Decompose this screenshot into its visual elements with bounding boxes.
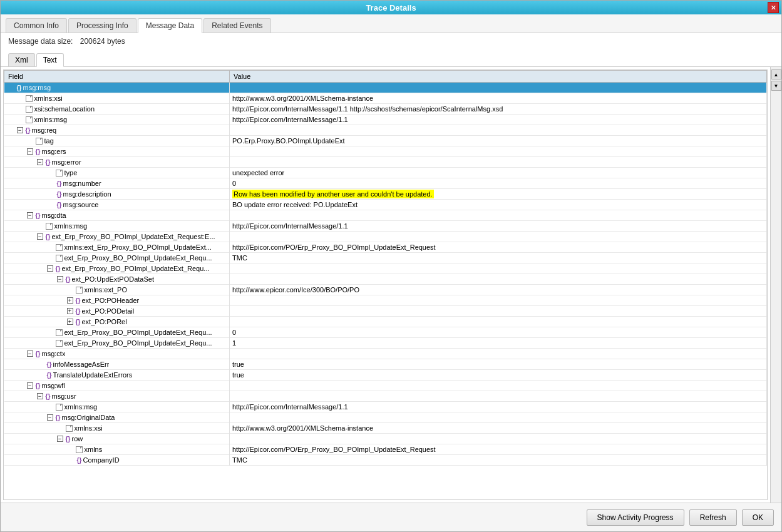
doc-icon — [26, 106, 33, 113]
table-row[interactable]: ext_Erp_Proxy_BO_POImpl_UpdateExt_Requ..… — [4, 253, 767, 263]
field-name: xmlns:ext_Erp_Proxy_BO_POImpl_UpdateExt.… — [64, 243, 212, 251]
bracket-icon: {} — [75, 318, 82, 325]
bracket-icon: {} — [64, 275, 72, 283]
table-row[interactable]: xmlns:xsihttp://www.w3.org/2001/XMLSchem… — [4, 423, 767, 434]
tab-message-data[interactable]: Message Data — [138, 18, 202, 33]
table-row[interactable]: {}CompanyIDTMC — [4, 455, 767, 466]
table-row[interactable]: −{}msg:usr — [4, 391, 767, 402]
table-row[interactable]: ext_Erp_Proxy_BO_POImpl_UpdateExt_Requ..… — [4, 327, 767, 338]
collapse-icon[interactable]: − — [27, 212, 33, 218]
table-row[interactable]: −{}ext_Erp_Proxy_BO_POImpl_UpdateExt_Req… — [4, 263, 767, 274]
table-row[interactable]: {}TranslateUpdateExtErrorstrue — [4, 370, 767, 381]
doc-icon — [56, 329, 63, 336]
field-name: TranslateUpdateExtErrors — [53, 371, 133, 379]
ok-button[interactable]: OK — [742, 509, 774, 526]
value-cell — [230, 83, 767, 93]
collapse-icon[interactable]: − — [27, 350, 33, 357]
scroll-up-button[interactable]: ▲ — [771, 69, 781, 79]
field-cell: −{}ext_Erp_Proxy_BO_POImpl_UpdateExt_Req… — [4, 232, 230, 242]
scroll-down-button[interactable]: ▼ — [771, 81, 781, 91]
field-cell: xmlns:ext_Erp_Proxy_BO_POImpl_UpdateExt.… — [4, 242, 230, 253]
table-row[interactable]: −{}msg:ers — [4, 146, 767, 157]
table-row[interactable]: −{}ext_PO:UpdExtPODataSet — [4, 274, 767, 285]
value-cell — [230, 381, 767, 391]
collapse-icon[interactable]: − — [57, 276, 63, 282]
field-cell: −{}msg:dta — [4, 210, 230, 221]
table-row[interactable]: xmlns:msghttp://Epicor.com/InternalMessa… — [4, 402, 767, 412]
table-row[interactable]: {}msg:msg — [4, 83, 767, 93]
value-cell: http://Epicor.com/InternalMessage/1.1 ht… — [230, 104, 767, 115]
sub-tab-text[interactable]: Text — [36, 53, 64, 67]
table-row[interactable]: ext_Erp_Proxy_BO_POImpl_UpdateExt_Requ..… — [4, 338, 767, 349]
bracket-icon: {} — [34, 212, 42, 219]
collapse-icon[interactable]: − — [47, 414, 53, 421]
value-cell — [230, 412, 767, 423]
table-row[interactable]: {}msg:number0 — [4, 178, 767, 189]
doc-icon — [56, 404, 63, 411]
collapse-icon[interactable]: − — [57, 436, 63, 442]
table-row[interactable]: xmlns:ext_Erp_Proxy_BO_POImpl_UpdateExt.… — [4, 242, 767, 253]
sub-tab-xml[interactable]: Xml — [8, 53, 35, 66]
table-row[interactable]: {}msg:sourceBO update error received: PO… — [4, 200, 767, 210]
value-cell — [230, 210, 767, 221]
collapse-icon[interactable]: − — [37, 233, 43, 240]
table-row[interactable]: {}msg:descriptionRow has been modified b… — [4, 189, 767, 200]
table-row[interactable]: xmlns:xsihttp://www.w3.org/2001/XMLSchem… — [4, 93, 767, 104]
field-cell: ext_Erp_Proxy_BO_POImpl_UpdateExt_Requ..… — [4, 327, 230, 338]
value-cell — [230, 157, 767, 168]
tab-processing-info[interactable]: Processing Info — [68, 18, 136, 33]
field-cell: −{}msg:wfl — [4, 381, 230, 391]
table-row[interactable]: tagPO.Erp.Proxy.BO.POImpl.UpdateExt — [4, 136, 767, 146]
table-row[interactable]: +{}ext_PO:POHeader — [4, 295, 767, 306]
field-name: msg:number — [63, 180, 101, 187]
field-name: msg:msg — [23, 84, 51, 91]
table-row[interactable]: xmlns:ext_POhttp://www.epicor.com/Ice/30… — [4, 285, 767, 295]
table-row[interactable]: xsi:schemaLocationhttp://Epicor.com/Inte… — [4, 104, 767, 115]
table-row[interactable]: −{}msg:dta — [4, 210, 767, 221]
table-row[interactable]: +{}ext_PO:PODetail — [4, 306, 767, 317]
tab-related-events[interactable]: Related Events — [203, 18, 270, 33]
collapse-icon[interactable]: − — [27, 382, 33, 389]
bracket-icon: {} — [46, 361, 53, 368]
table-row[interactable]: −{}row — [4, 434, 767, 444]
table-row[interactable]: xmlns:msghttp://Epicor.com/InternalMessa… — [4, 115, 767, 125]
doc-icon — [36, 138, 43, 145]
title-bar: Trace Details ✕ — [1, 1, 781, 14]
value-cell — [230, 146, 767, 157]
col-field: Field — [4, 71, 230, 83]
refresh-button[interactable]: Refresh — [689, 509, 737, 526]
field-name: xsi:schemaLocation — [34, 105, 95, 113]
table-row[interactable]: −{}msg:ctx — [4, 349, 767, 359]
collapse-icon[interactable]: − — [37, 159, 43, 165]
collapse-icon[interactable]: − — [17, 127, 23, 133]
table-row[interactable]: −{}ext_Erp_Proxy_BO_POImpl_UpdateExt_Req… — [4, 232, 767, 242]
table-row[interactable]: −{}msg:req — [4, 125, 767, 136]
collapse-icon[interactable]: − — [27, 148, 33, 155]
table-row[interactable]: −{}msg:wfl — [4, 381, 767, 391]
value-cell: 0 — [230, 178, 767, 189]
table-row[interactable]: −{}msg:error — [4, 157, 767, 168]
value-cell: TMC — [230, 455, 767, 466]
bracket-icon: {} — [44, 158, 52, 166]
table-row[interactable]: xmlns:msghttp://Epicor.com/InternalMessa… — [4, 221, 767, 232]
table-row[interactable]: xmlnshttp://Epicor.com/PO/Erp_Proxy_BO_P… — [4, 444, 767, 455]
table-row[interactable]: typeunexpected error — [4, 168, 767, 178]
show-activity-button[interactable]: Show Activity Progress — [587, 509, 684, 526]
field-cell: xmlns:ext_PO — [4, 285, 230, 295]
table-row[interactable]: −{}msg:OriginalData — [4, 412, 767, 423]
field-cell: {}msg:msg — [4, 83, 230, 93]
field-name: msg:ctx — [42, 350, 66, 357]
expand-icon[interactable]: + — [67, 319, 73, 325]
table-row[interactable]: +{}ext_PO:PORel — [4, 317, 767, 327]
tab-common-info[interactable]: Common Info — [6, 18, 67, 33]
close-button[interactable]: ✕ — [768, 2, 779, 13]
bracket-icon: {} — [44, 392, 52, 400]
tree-table[interactable]: Field Value {}msg:msgxmlns:xsihttp://www… — [3, 69, 768, 500]
expand-icon[interactable]: + — [67, 308, 73, 314]
field-cell: −{}msg:ctx — [4, 349, 230, 359]
collapse-icon[interactable]: − — [47, 265, 53, 272]
table-row[interactable]: {}infoMessageAsErrtrue — [4, 359, 767, 370]
bottom-bar: Show Activity Progress Refresh OK — [1, 503, 781, 531]
collapse-icon[interactable]: − — [37, 393, 43, 399]
expand-icon[interactable]: + — [67, 297, 73, 304]
